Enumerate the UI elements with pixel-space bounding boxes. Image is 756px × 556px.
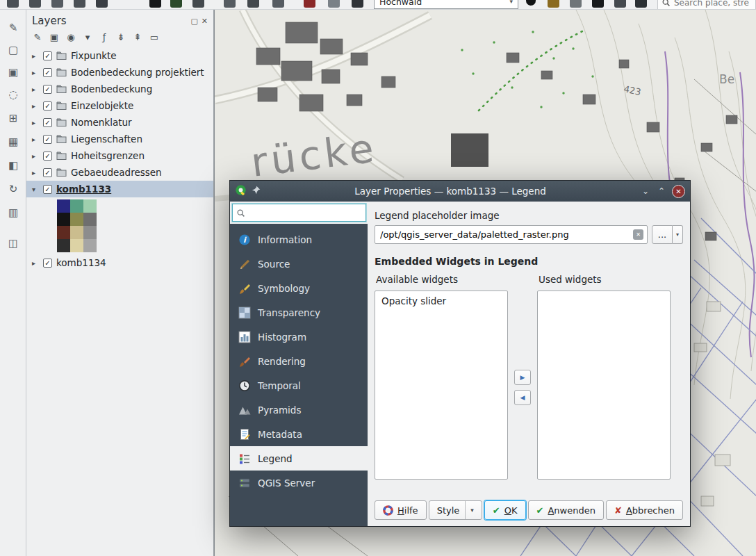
dialog-titlebar[interactable]: Layer Properties — komb1133 — Legend ⌄ ⌃… <box>230 181 690 202</box>
layer-checkbox[interactable]: ✓ <box>43 135 52 144</box>
toolbar-icon[interactable]: ▣ <box>5 64 22 81</box>
ok-button[interactable]: ✔ OK <box>484 500 526 520</box>
theme-combo[interactable]: Hochwald ▾ <box>374 0 518 9</box>
legend-image-path-field[interactable]: ✕ <box>375 225 648 244</box>
expander-icon[interactable]: ▸ <box>32 169 39 177</box>
layer-checkbox[interactable]: ✓ <box>43 118 52 127</box>
pin-icon[interactable] <box>252 186 261 197</box>
expander-icon[interactable]: ▸ <box>32 119 39 126</box>
layer-row-bodenbedeckung[interactable]: ▸ ✓ Bodenbedeckung <box>26 81 213 97</box>
toolbar-icon[interactable] <box>224 0 236 8</box>
toolbar-icon[interactable] <box>592 0 604 8</box>
close-panel-icon[interactable]: ✕ <box>202 17 208 26</box>
browse-dropdown-button[interactable]: ▾ <box>673 225 683 244</box>
info-icon[interactable] <box>526 0 536 6</box>
list-item-opacity-slider[interactable]: Opacity slider <box>377 293 505 309</box>
layer-row-liegenschaften[interactable]: ▸ ✓ Liegenschaften <box>26 131 213 147</box>
toolbar-icon[interactable]: ↻ <box>5 181 22 197</box>
layer-styling-icon[interactable]: ✎ <box>32 32 43 42</box>
help-button[interactable]: Hilfe <box>375 500 427 520</box>
layer-checkbox[interactable]: ✓ <box>43 85 52 94</box>
toolbar-icon[interactable] <box>192 0 204 8</box>
toolbar-icon[interactable]: ◌ <box>5 86 22 103</box>
expander-icon[interactable]: ▸ <box>32 259 39 267</box>
toolbar-icon[interactable] <box>328 0 340 8</box>
tab-symbology[interactable]: Symbology <box>230 276 368 300</box>
locator-search[interactable] <box>657 0 756 10</box>
tab-histogram[interactable]: Histogram <box>230 325 368 349</box>
layer-row-hoheitsgrenzen[interactable]: ▸ ✓ Hoheitsgrenzen <box>26 147 213 164</box>
filter-legend-icon[interactable]: ▾ <box>82 32 93 42</box>
layer-checkbox[interactable]: ✓ <box>43 68 52 77</box>
tab-rendering[interactable]: Rendering <box>230 349 368 373</box>
clear-icon[interactable]: ✕ <box>633 229 643 240</box>
locator-search-input[interactable] <box>674 0 750 8</box>
tab-pyramids[interactable]: Pyramids <box>230 398 368 422</box>
shade-button[interactable]: ⌄ <box>640 186 651 196</box>
layer-row-komb1133[interactable]: ▾ ✓ komb1133 <box>26 181 213 197</box>
toolbar-icon[interactable] <box>51 0 63 8</box>
toolbar-icon[interactable] <box>247 0 259 8</box>
toolbar-icon[interactable]: ▥ <box>5 204 22 221</box>
layer-checkbox[interactable]: ✓ <box>43 51 52 60</box>
browse-button[interactable]: ... <box>652 225 673 244</box>
layer-checkbox[interactable]: ✓ <box>43 101 52 111</box>
toolbar-icon[interactable] <box>272 0 284 8</box>
layer-row-komb1134[interactable]: ▸ ✓ komb1134 <box>26 254 213 271</box>
properties-search[interactable] <box>232 204 366 222</box>
style-button[interactable]: Style ▾ <box>429 500 482 520</box>
filter-expression-icon[interactable]: ƒ <box>99 32 110 42</box>
toolbar-icon[interactable]: ⊞ <box>5 110 22 126</box>
expander-icon[interactable]: ▸ <box>32 136 39 143</box>
tab-transparency[interactable]: Transparency <box>230 300 368 325</box>
toolbar-icon[interactable] <box>304 0 315 8</box>
close-button[interactable]: ✕ <box>672 185 685 198</box>
toolbar-icon[interactable] <box>352 0 363 8</box>
toolbar-icon[interactable]: ◫ <box>5 235 22 252</box>
expander-icon[interactable]: ▸ <box>32 85 39 93</box>
layer-row-einzelobjekte[interactable]: ▸ ✓ Einzelobjekte <box>26 97 213 114</box>
toolbar-icon[interactable] <box>96 0 108 8</box>
toolbar-icon[interactable] <box>548 0 559 8</box>
unshade-button[interactable]: ⌃ <box>656 186 667 196</box>
properties-search-input[interactable] <box>248 208 362 218</box>
tab-legend[interactable]: Legend <box>230 446 368 471</box>
layer-row-bodenbedeckung-projektiert[interactable]: ▸ ✓ Bodenbedeckung projektiert <box>26 64 213 81</box>
float-panel-icon[interactable]: ▢ <box>190 17 197 26</box>
layer-row-gebaeudeadressen[interactable]: ▸ ✓ Gebaeudeadressen <box>26 164 213 181</box>
map-themes-icon[interactable]: ◉ <box>65 32 76 42</box>
tab-metadata[interactable]: Metadata <box>230 422 368 446</box>
remove-layer-icon[interactable]: ▭ <box>149 32 160 42</box>
expand-all-icon[interactable]: ⇟ <box>115 32 126 42</box>
toolbar-icon[interactable] <box>614 0 626 8</box>
toolbar-icon[interactable] <box>74 0 85 8</box>
cancel-button[interactable]: ✘ Abbrechen <box>606 500 683 520</box>
legend-image-path-input[interactable] <box>380 229 629 240</box>
expander-icon[interactable]: ▸ <box>32 102 39 110</box>
add-widget-button[interactable]: ▶ <box>514 370 531 385</box>
collapse-all-icon[interactable]: ⇞ <box>132 32 143 42</box>
tab-temporal[interactable]: Temporal <box>230 373 368 398</box>
toolbar-icon[interactable] <box>170 0 182 8</box>
toolbar-icon[interactable] <box>149 0 161 8</box>
layer-checkbox[interactable]: ✓ <box>43 168 52 177</box>
remove-widget-button[interactable]: ◀ <box>514 390 531 405</box>
toolbar-icon[interactable] <box>29 0 41 8</box>
toolbar-icon[interactable]: ◧ <box>5 157 22 174</box>
toolbar-icon[interactable]: ▦ <box>5 133 22 150</box>
tab-qgis-server[interactable]: QGIS Server <box>230 471 368 495</box>
tab-source[interactable]: Source <box>230 252 368 276</box>
toolbar-icon[interactable] <box>570 0 582 8</box>
expander-icon[interactable]: ▸ <box>32 52 39 60</box>
apply-button[interactable]: ✔ Anwenden <box>528 500 604 520</box>
layer-row-fixpunkte[interactable]: ▸ ✓ Fixpunkte <box>26 47 213 64</box>
toolbar-icon[interactable]: ✎ <box>5 19 22 36</box>
expander-icon[interactable]: ▸ <box>32 69 39 76</box>
layer-checkbox[interactable]: ✓ <box>43 259 52 268</box>
layer-row-nomenklatur[interactable]: ▸ ✓ Nomenklatur <box>26 114 213 131</box>
used-widgets-list[interactable] <box>537 291 671 480</box>
expander-icon[interactable]: ▸ <box>32 152 39 160</box>
available-widgets-list[interactable]: Opacity slider <box>375 291 508 480</box>
add-group-icon[interactable]: ▣ <box>49 32 60 42</box>
toolbar-icon[interactable]: ▢ <box>5 42 22 58</box>
